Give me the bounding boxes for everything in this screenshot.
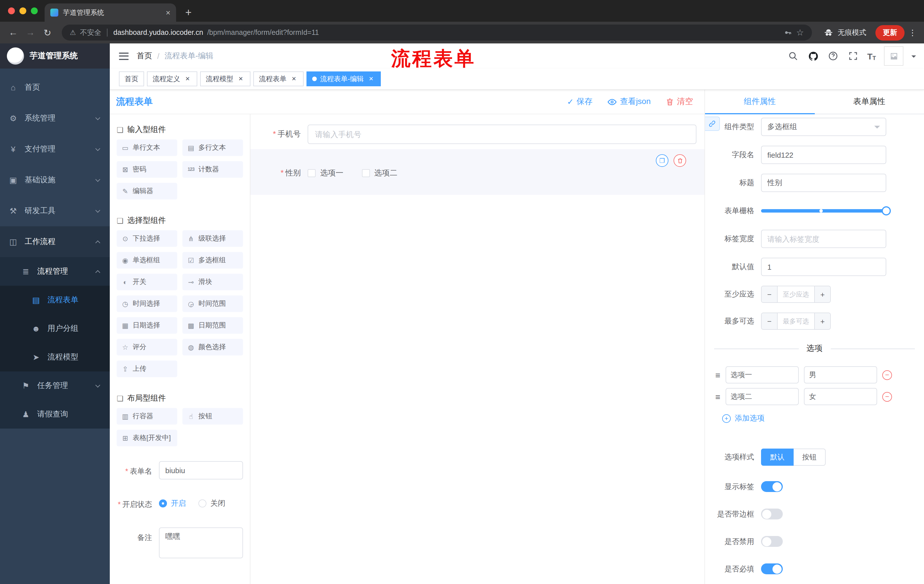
palette-item-time-picker[interactable]: ◷时间选择	[117, 295, 177, 312]
save-button[interactable]: ✓ 保存	[567, 97, 592, 107]
sidebar-item-payment[interactable]: ¥支付管理	[0, 134, 110, 165]
font-size-icon[interactable]: TT	[867, 51, 876, 61]
sidebar-item-workflow[interactable]: ◫工作流程	[0, 226, 110, 257]
palette-item-rate[interactable]: ☆评分	[117, 339, 177, 355]
switch-required[interactable]	[761, 563, 783, 574]
palette-item-date-range[interactable]: ▩日期范围	[182, 317, 243, 334]
remove-option-button[interactable]: −	[882, 392, 892, 401]
style-button-button[interactable]: 按钮	[794, 449, 826, 466]
increase-button[interactable]: +	[814, 286, 830, 302]
user-avatar[interactable]	[884, 46, 903, 66]
palette-item-checkbox-group[interactable]: ☑多选框组	[182, 252, 243, 268]
tag-process-form[interactable]: 流程表单×	[253, 71, 304, 86]
palette-item-row-container[interactable]: ▥行容器	[117, 408, 177, 424]
option-value-input[interactable]	[804, 366, 877, 383]
component-type-select[interactable]: 多选框组	[761, 118, 886, 136]
option-label-input[interactable]	[726, 388, 799, 405]
palette-item-cascader[interactable]: ⋔级联选择	[182, 230, 243, 247]
palette-item-switch[interactable]: ◐开关	[117, 274, 177, 290]
radio-enabled[interactable]: 开启	[159, 498, 186, 508]
chrome-update-button[interactable]: 更新	[875, 25, 904, 40]
slider-track[interactable]	[761, 209, 886, 212]
bookmark-star-icon[interactable]: ☆	[796, 28, 804, 38]
delete-component-button[interactable]	[673, 154, 686, 167]
tag-close-icon[interactable]: ×	[290, 75, 298, 83]
palette-item-password[interactable]: ⊠密码	[117, 161, 177, 178]
switch-show-label[interactable]	[761, 481, 783, 492]
selected-component-gender[interactable]: ❐ 性别 选项一选项二	[251, 149, 705, 195]
checkbox-option[interactable]: 选项二	[361, 168, 398, 178]
palette-item-editor[interactable]: ✎编辑器	[117, 183, 177, 199]
drag-handle-icon[interactable]: ≡	[715, 392, 721, 401]
phone-field-row[interactable]: 手机号	[251, 125, 696, 144]
sidebar-item-infra[interactable]: ▣基础设施	[0, 165, 110, 196]
sidebar-item-devtools[interactable]: ⚒研发工具	[0, 196, 110, 226]
default-value-input[interactable]	[761, 258, 886, 276]
increase-button[interactable]: +	[814, 313, 830, 329]
sidebar-item-system[interactable]: ⚙系统管理	[0, 103, 110, 134]
style-default-button[interactable]: 默认	[761, 449, 794, 466]
field-name-input[interactable]	[761, 146, 886, 164]
help-icon[interactable]	[827, 50, 839, 62]
add-option-button[interactable]: + 添加选项	[705, 413, 924, 423]
remove-option-button[interactable]: −	[882, 370, 892, 380]
option-label-input[interactable]	[726, 366, 799, 383]
slider-handle[interactable]	[882, 206, 891, 216]
palette-item-button[interactable]: ☝按钮	[182, 408, 243, 424]
tag-close-icon[interactable]: ×	[183, 75, 191, 83]
clear-button[interactable]: 清空	[665, 97, 693, 107]
gender-field-row[interactable]: 性别 选项一选项二	[251, 168, 696, 178]
radio-disabled[interactable]: 关闭	[198, 498, 225, 508]
minimize-window-button[interactable]	[20, 7, 26, 14]
palette-item-counter[interactable]: 123计数器	[182, 161, 243, 178]
palette-item-radio-group[interactable]: ◉单选框组	[117, 252, 177, 268]
tag-home[interactable]: 首页	[119, 71, 144, 86]
breadcrumb-home[interactable]: 首页	[137, 51, 152, 61]
tag-process-definition[interactable]: 流程定义×	[147, 71, 197, 86]
switch-disabled[interactable]	[761, 536, 783, 547]
tag-close-icon[interactable]: ×	[237, 75, 245, 83]
grid-slider[interactable]	[761, 202, 886, 220]
tag-process-form-edit[interactable]: 流程表单-编辑×	[307, 71, 381, 86]
back-button[interactable]: ←	[6, 28, 21, 38]
decrease-button[interactable]: −	[762, 286, 778, 302]
label-width-input[interactable]	[761, 230, 886, 248]
forward-button[interactable]: →	[23, 28, 38, 38]
phone-field-input[interactable]	[308, 125, 696, 144]
sidebar-item-leave-query[interactable]: ♟请假查询	[0, 400, 110, 429]
reload-button[interactable]: ↻	[40, 27, 55, 38]
form-canvas[interactable]: 手机号 ❐	[251, 114, 705, 584]
palette-item-upload[interactable]: ⇪上传	[117, 360, 177, 377]
zoom-window-button[interactable]	[31, 7, 38, 14]
drag-handle-icon[interactable]: ≡	[715, 370, 721, 380]
fullscreen-icon[interactable]	[847, 50, 859, 62]
search-icon[interactable]	[787, 50, 799, 62]
checkbox-icon[interactable]	[361, 169, 370, 177]
palette-item-slider[interactable]: ⊸滑块	[182, 274, 243, 290]
sidebar-item-task-mgmt[interactable]: ⚑任务管理	[0, 372, 110, 400]
palette-item-color-picker[interactable]: ◍颜色选择	[182, 339, 243, 355]
sidebar-item-home[interactable]: ⌂首页	[0, 72, 110, 103]
tag-close-icon[interactable]: ×	[367, 75, 375, 83]
sidebar-item-process-mgmt[interactable]: ≣流程管理	[0, 257, 110, 286]
checkbox-option[interactable]: 选项一	[308, 168, 343, 178]
browser-menu-icon[interactable]: ⋮	[907, 28, 918, 37]
view-json-button[interactable]: 查看json	[607, 97, 651, 107]
hamburger-menu-icon[interactable]	[119, 52, 129, 60]
palette-item-date-picker[interactable]: ▦日期选择	[117, 317, 177, 334]
sidebar-item-process-form[interactable]: ▤流程表单	[0, 286, 110, 314]
copy-component-button[interactable]: ❐	[656, 154, 668, 167]
tab-form-props[interactable]: 表单属性	[815, 90, 924, 114]
tag-process-model[interactable]: 流程模型×	[200, 71, 251, 86]
close-window-button[interactable]	[8, 7, 15, 14]
browser-tab[interactable]: 芋道管理系统 ×	[45, 3, 176, 22]
title-input[interactable]	[761, 174, 886, 192]
form-remark-textarea[interactable]: 嘿嘿	[159, 527, 243, 558]
sidebar-item-user-group[interactable]: ☻用户分组	[0, 314, 110, 343]
palette-item-table[interactable]: ⊞表格[开发中]	[117, 430, 177, 446]
avatar-caret-icon[interactable]	[911, 55, 916, 60]
option-value-input[interactable]	[804, 388, 877, 405]
tab-close-icon[interactable]: ×	[166, 8, 170, 16]
decrease-button[interactable]: −	[762, 313, 778, 329]
github-icon[interactable]	[807, 50, 819, 62]
